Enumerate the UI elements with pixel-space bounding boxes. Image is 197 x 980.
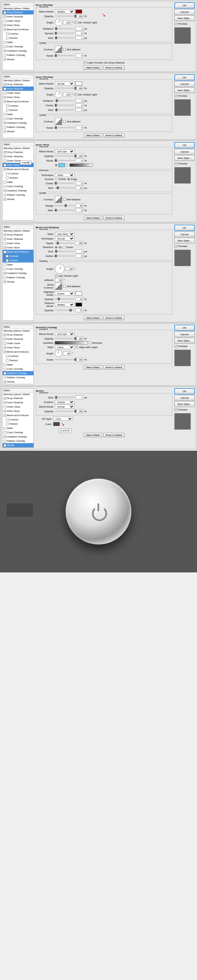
checkbox-icon[interactable] bbox=[4, 159, 6, 162]
slider[interactable] bbox=[55, 251, 74, 252]
style-item-bevel-and-emboss[interactable]: Bevel and Emboss bbox=[3, 99, 33, 103]
preview-checkbox[interactable]: Preview bbox=[174, 162, 195, 165]
checkbox-icon[interactable] bbox=[6, 177, 8, 179]
checkbox-icon[interactable] bbox=[4, 397, 6, 400]
cancel-button[interactable]: Cancel bbox=[174, 9, 195, 15]
style-item-gradient-overlay[interactable]: Gradient Overlay bbox=[3, 121, 33, 125]
checkbox-icon[interactable] bbox=[4, 155, 6, 158]
cancel-button[interactable]: Cancel bbox=[174, 149, 195, 154]
dropdown[interactable]: Linear bbox=[55, 345, 74, 349]
contour-picker[interactable] bbox=[55, 118, 62, 125]
style-item-bevel-and-emboss[interactable]: Bevel and Emboss bbox=[3, 350, 33, 354]
checkbox-icon[interactable] bbox=[4, 11, 6, 14]
color-swatch[interactable] bbox=[76, 81, 82, 86]
checkbox-icon[interactable] bbox=[4, 427, 6, 430]
checkbox[interactable] bbox=[74, 93, 77, 96]
reset-default-button[interactable]: Reset to Default bbox=[103, 365, 125, 369]
checkbox[interactable] bbox=[74, 21, 77, 24]
checkbox-icon[interactable] bbox=[4, 58, 6, 61]
radio[interactable] bbox=[55, 164, 57, 167]
number-input[interactable] bbox=[63, 21, 71, 24]
number-input[interactable] bbox=[76, 86, 84, 90]
style-item-stroke[interactable]: Stroke bbox=[3, 197, 33, 201]
number-input[interactable] bbox=[76, 108, 84, 112]
style-item-satin[interactable]: Satin bbox=[3, 112, 33, 116]
number-input[interactable] bbox=[76, 297, 84, 301]
number-input[interactable] bbox=[76, 358, 84, 361]
style-item-color-overlay[interactable]: Color Overlay bbox=[3, 184, 33, 188]
style-item-inner-shadow[interactable]: Inner Shadow bbox=[3, 237, 33, 241]
ok-button[interactable]: OK bbox=[174, 74, 195, 81]
style-item-pattern-overlay[interactable]: Pattern Overlay bbox=[3, 375, 33, 380]
dropdown[interactable]: Inner Bevel bbox=[55, 232, 74, 236]
checkbox-icon[interactable] bbox=[4, 440, 6, 442]
style-item-gradient-overlay[interactable]: Gradient Overlay bbox=[3, 271, 33, 275]
checkbox-icon[interactable] bbox=[4, 92, 6, 94]
checkbox-icon[interactable] bbox=[4, 100, 6, 103]
new-style-button[interactable]: New Style... bbox=[174, 238, 195, 243]
cancel-button[interactable]: Cancel bbox=[174, 232, 195, 237]
contour-picker[interactable] bbox=[55, 196, 62, 203]
style-item-inner-glow[interactable]: Inner Glow bbox=[3, 23, 33, 27]
checkbox-icon[interactable] bbox=[6, 172, 8, 175]
checkbox-icon[interactable] bbox=[4, 24, 6, 27]
checkbox-icon[interactable] bbox=[4, 45, 6, 48]
slider[interactable] bbox=[55, 100, 74, 101]
make-default-button[interactable]: Make Default bbox=[84, 433, 102, 437]
style-item-satin[interactable]: Satin bbox=[3, 363, 33, 367]
checkbox-icon[interactable] bbox=[4, 414, 6, 417]
checkbox-icon[interactable] bbox=[4, 130, 6, 133]
slider[interactable] bbox=[55, 410, 74, 412]
checkbox-icon[interactable] bbox=[6, 355, 8, 358]
slider[interactable] bbox=[55, 105, 74, 106]
style-item-color-overlay[interactable]: Color Overlay bbox=[3, 45, 33, 49]
number-input[interactable] bbox=[76, 27, 84, 30]
slider[interactable] bbox=[55, 310, 74, 311]
checkbox-icon[interactable] bbox=[4, 276, 6, 279]
slider[interactable] bbox=[55, 183, 74, 184]
slider[interactable] bbox=[55, 160, 74, 161]
style-item-bevel-and-emboss[interactable]: Bevel and Emboss bbox=[3, 413, 33, 417]
checkbox-icon[interactable] bbox=[4, 164, 6, 167]
dropdown[interactable]: Normal bbox=[55, 81, 74, 86]
number-input[interactable] bbox=[76, 308, 84, 312]
checkbox-icon[interactable] bbox=[4, 334, 6, 336]
style-item-inner-shadow[interactable]: Inner Shadow bbox=[3, 154, 33, 159]
checkbox-icon[interactable] bbox=[4, 122, 6, 124]
checkbox-icon[interactable] bbox=[4, 376, 6, 379]
checkbox-icon[interactable] bbox=[4, 194, 6, 196]
checkbox[interactable] bbox=[63, 120, 66, 123]
checkbox-icon[interactable] bbox=[4, 410, 6, 412]
style-item-contour[interactable]: Contour bbox=[3, 254, 33, 258]
style-item-inner-glow[interactable]: Inner Glow bbox=[3, 345, 33, 350]
ok-button[interactable]: OK bbox=[174, 2, 195, 8]
gradient-picker[interactable] bbox=[55, 341, 88, 344]
dropdown[interactable]: Normal bbox=[55, 405, 74, 409]
style-item-inner-glow[interactable]: Inner Glow bbox=[3, 245, 33, 250]
new-style-button[interactable]: New Style... bbox=[174, 155, 195, 161]
style-item-drop-shadow[interactable]: Drop Shadow bbox=[3, 332, 33, 337]
slider[interactable] bbox=[55, 55, 74, 56]
checkbox-icon[interactable] bbox=[4, 88, 6, 90]
blending-options[interactable]: Blending Options: Default bbox=[3, 146, 33, 150]
reset-default-button[interactable]: Reset to Default bbox=[103, 65, 125, 70]
style-item-contour[interactable]: Contour bbox=[3, 354, 33, 358]
slider[interactable] bbox=[55, 338, 74, 339]
checkbox-icon[interactable] bbox=[4, 41, 6, 44]
radio-edge[interactable] bbox=[67, 178, 70, 181]
checkbox-icon[interactable] bbox=[4, 168, 6, 171]
style-item-stroke[interactable]: Stroke bbox=[3, 380, 33, 384]
dropdown[interactable]: Multiply bbox=[55, 10, 74, 13]
angle-altitude-control[interactable] bbox=[55, 264, 65, 274]
dropdown[interactable]: Outside bbox=[55, 400, 74, 404]
checkbox[interactable] bbox=[84, 62, 86, 64]
preview-checkbox[interactable]: Preview bbox=[174, 245, 195, 248]
checkbox[interactable] bbox=[76, 346, 78, 348]
style-item-outer-glow[interactable]: Outer Glow bbox=[3, 19, 33, 23]
checkbox-icon[interactable] bbox=[4, 50, 6, 52]
checkbox-icon[interactable] bbox=[4, 54, 6, 57]
checkbox-icon[interactable] bbox=[6, 359, 8, 362]
style-item-texture[interactable]: Texture bbox=[3, 108, 33, 112]
checkbox[interactable] bbox=[63, 48, 66, 51]
checkbox-icon[interactable] bbox=[6, 33, 8, 35]
